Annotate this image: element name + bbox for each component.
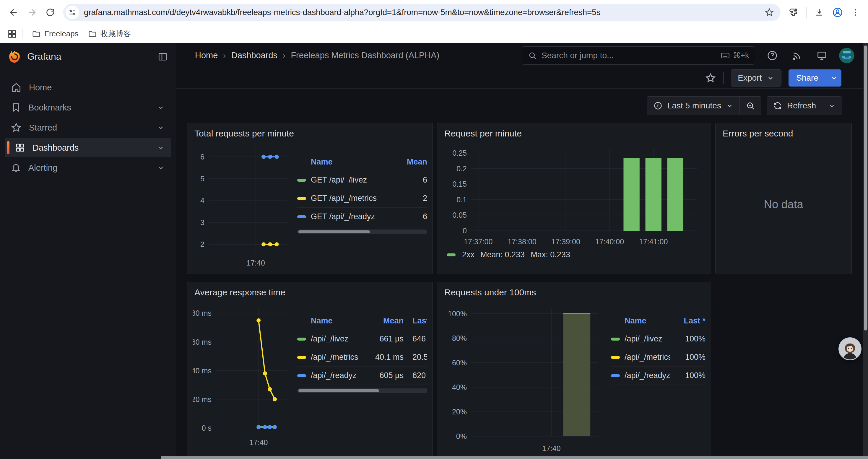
sidebar-item-dashboards[interactable]: Dashboards xyxy=(5,138,171,157)
svg-text:80 ms: 80 ms xyxy=(193,309,212,317)
legend-row[interactable]: GET /api/_/metrics2 xyxy=(297,189,427,208)
series-swatch xyxy=(297,197,306,200)
legend-column-header[interactable]: Mean xyxy=(392,157,427,167)
legend-row[interactable]: GET /api/_/livez6 xyxy=(297,171,427,189)
collapse-sidebar-icon[interactable] xyxy=(157,52,168,62)
legend-column-header[interactable]: Name xyxy=(611,316,670,326)
legend-row[interactable]: /api/_/livez661 µs646 µs xyxy=(297,330,427,348)
series-name[interactable]: GET /api/_/metrics xyxy=(311,194,392,203)
legend-column-header[interactable]: Name xyxy=(297,157,392,167)
share-split-button: Share xyxy=(788,69,841,87)
site-settings-button[interactable] xyxy=(66,6,79,19)
apps-grid-icon[interactable] xyxy=(7,29,17,39)
refresh-button[interactable]: Refresh xyxy=(767,97,822,115)
timeseries-chart[interactable]: 80 ms60 ms40 ms20 ms0 s17:40 xyxy=(193,299,290,453)
legend-h-scrollbar[interactable] xyxy=(297,388,427,393)
legend-row[interactable]: /api/_/livez100% xyxy=(611,330,706,348)
export-button[interactable]: Export xyxy=(731,69,781,87)
sidebar-item-bookmarks[interactable]: Bookmarks xyxy=(5,98,171,117)
top-nav-actions: Search or jump to... ⌘+k xyxy=(522,46,855,65)
series-max: Max: 0.233 xyxy=(531,250,570,259)
legend-line[interactable]: 2xx Mean: 0.233 Max: 0.233 xyxy=(447,250,706,259)
no-data-message: No data xyxy=(721,140,846,268)
assistant-avatar[interactable] xyxy=(838,337,862,360)
actions-divider xyxy=(723,72,724,84)
chevron-down-icon[interactable] xyxy=(156,163,165,172)
search-input[interactable]: Search or jump to... ⌘+k xyxy=(522,46,755,65)
series-swatch xyxy=(611,374,620,377)
sidebar-item-home[interactable]: Home xyxy=(5,78,171,97)
back-button[interactable] xyxy=(5,4,22,21)
zoom-out-button[interactable] xyxy=(740,97,761,115)
bookmarks-bar: Freeleaps 收藏博客 xyxy=(0,25,868,43)
panel-title[interactable]: Request per minute xyxy=(442,127,706,140)
series-name[interactable]: /api/_/readyz xyxy=(311,371,371,380)
legend-row[interactable]: /api/_/readyz605 µs620 µs xyxy=(297,366,427,385)
sidebar-item-alerting[interactable]: Alerting xyxy=(5,158,171,177)
apps-icon xyxy=(15,142,25,153)
series-name[interactable]: /api/_/metrics xyxy=(625,353,670,362)
series-name[interactable]: GET /api/_/readyz xyxy=(311,212,392,221)
panel-title[interactable]: Total requests per minute xyxy=(193,127,427,140)
chevron-down-icon[interactable] xyxy=(156,103,165,112)
reload-button[interactable] xyxy=(42,4,59,21)
legend-row[interactable]: /api/_/metrics100% xyxy=(611,348,706,366)
time-range-button[interactable]: Last 5 minutes xyxy=(647,97,740,115)
bar-chart[interactable]: 100%80%60%40%20%0%17:40 xyxy=(442,299,604,453)
panel-title[interactable]: Average response time xyxy=(193,286,427,299)
legend-row[interactable]: GET /api/_/readyz6 xyxy=(297,208,427,226)
legend-column-header[interactable]: Name xyxy=(297,316,371,326)
share-menu-button[interactable] xyxy=(826,69,841,87)
url-bar[interactable]: grafana.mathmast.com/d/deytv4rwavabkb/fr… xyxy=(63,4,780,21)
chevron-down-icon[interactable] xyxy=(156,123,165,132)
legend-column-header[interactable]: Mean xyxy=(371,316,404,326)
bookmark-star-icon[interactable] xyxy=(765,8,774,17)
series-name[interactable]: GET /api/_/livez xyxy=(311,175,392,185)
share-button[interactable]: Share xyxy=(788,69,826,87)
legend-row[interactable]: /api/_/readyz100% xyxy=(611,366,706,385)
svg-text:17:39:00: 17:39:00 xyxy=(552,237,580,246)
news-button[interactable] xyxy=(789,48,805,63)
page-scrollbar-vertical[interactable] xyxy=(863,43,868,459)
series-name[interactable]: /api/_/livez xyxy=(311,334,371,343)
url-text[interactable]: grafana.mathmast.com/d/deytv4rwavabkb/fr… xyxy=(84,8,760,17)
user-avatar[interactable] xyxy=(839,48,855,63)
scrollbar-thumb[interactable] xyxy=(299,230,370,233)
legend-row[interactable]: /api/_/metrics40.1 ms20.5 ms xyxy=(297,348,427,366)
legend-h-scrollbar[interactable] xyxy=(297,230,427,234)
chevron-down-icon[interactable] xyxy=(156,143,165,152)
forward-button[interactable] xyxy=(24,4,40,21)
breadcrumb-dashboards[interactable]: Dashboards xyxy=(231,51,277,60)
page-scrollbar-horizontal[interactable] xyxy=(161,456,868,459)
svg-text:4: 4 xyxy=(200,196,205,205)
time-range-group: Last 5 minutes xyxy=(647,96,761,115)
series-name[interactable]: /api/_/readyz xyxy=(625,371,670,380)
brand-title: Grafana xyxy=(27,51,152,62)
bookmark-folder-freeleaps[interactable]: Freeleaps xyxy=(28,27,82,41)
download-icon[interactable] xyxy=(814,7,824,18)
legend-value: 40.1 ms xyxy=(371,353,404,362)
bookmark-folder-blogs[interactable]: 收藏博客 xyxy=(85,26,135,41)
rss-icon xyxy=(791,50,803,61)
scrollbar-thumb[interactable] xyxy=(299,389,379,392)
folder-icon xyxy=(32,30,41,38)
menu-kebab-icon[interactable] xyxy=(851,8,860,17)
breadcrumb-home[interactable]: Home xyxy=(195,51,218,60)
series-name[interactable]: /api/_/livez xyxy=(625,334,670,343)
timeseries-chart[interactable]: 6543217:40 xyxy=(193,140,290,268)
legend-column-header[interactable]: Last * xyxy=(670,316,706,326)
profile-icon[interactable] xyxy=(832,7,843,18)
help-button[interactable] xyxy=(765,48,780,63)
panel-title[interactable]: Errors per second xyxy=(721,127,846,140)
bar-chart[interactable]: 0.250.20.150.10.05017:37:0017:38:0017:39… xyxy=(442,140,706,249)
extensions-icon[interactable] xyxy=(788,7,798,18)
sidebar-item-starred[interactable]: Starred xyxy=(5,118,171,137)
favorite-star-icon[interactable] xyxy=(705,72,716,84)
series-name[interactable]: /api/_/metrics xyxy=(311,353,371,362)
panel-title[interactable]: Requests under 100ms xyxy=(442,286,706,299)
legend-column-header[interactable]: Last * xyxy=(404,316,427,326)
scrollbar-thumb[interactable] xyxy=(864,45,867,330)
refresh-interval-button[interactable] xyxy=(822,97,842,115)
display-button[interactable] xyxy=(814,48,830,63)
assistant-avatar-image xyxy=(839,338,861,359)
